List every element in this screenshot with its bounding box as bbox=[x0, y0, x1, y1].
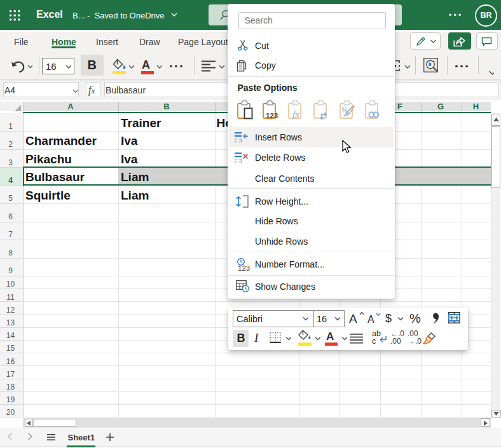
svg-text:123: 123 bbox=[266, 112, 278, 119]
svg-text:fx: fx bbox=[292, 109, 299, 119]
